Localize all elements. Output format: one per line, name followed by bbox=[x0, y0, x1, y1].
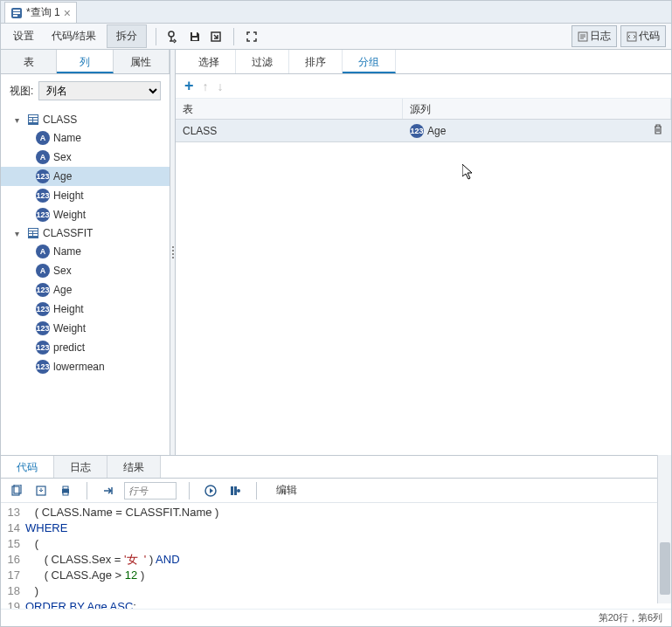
bottom-tab-result[interactable]: 结果 bbox=[107, 456, 161, 478]
svg-rect-20 bbox=[29, 234, 32, 236]
svg-point-31 bbox=[237, 489, 240, 493]
copy-icon[interactable] bbox=[8, 482, 25, 500]
tree-column-node[interactable]: 123Height bbox=[1, 186, 170, 205]
right-panel: 选择 过滤 排序 分组 + ↑ ↓ 表 源列 CLASS 123 Age bbox=[176, 50, 671, 455]
divider bbox=[256, 482, 257, 500]
code-line: 16 ( CLASS.Sex = '女 ' ) AND bbox=[1, 552, 671, 568]
main-area: 表 列 属性 视图: 列名 ▾CLASSANameASex123Age123He… bbox=[1, 50, 671, 455]
subtab-sort[interactable]: 排序 bbox=[289, 50, 343, 73]
code-result-button[interactable]: 代码/结果 bbox=[45, 25, 103, 47]
divider bbox=[87, 482, 87, 500]
code-line: 17 ( CLASS.Age > 12 ) bbox=[1, 568, 671, 583]
fullscreen-icon[interactable] bbox=[243, 28, 260, 45]
trash-icon bbox=[652, 123, 664, 135]
tree-column-node[interactable]: AName bbox=[1, 128, 170, 148]
bottom-tab-log[interactable]: 日志 bbox=[54, 456, 107, 478]
tree-column-node[interactable]: 123Height bbox=[1, 300, 170, 319]
tree-column-node[interactable]: 123Age bbox=[1, 167, 170, 186]
tree-column-node[interactable]: 123Weight bbox=[1, 205, 170, 224]
caret-icon: ▾ bbox=[15, 115, 24, 125]
save-icon[interactable] bbox=[186, 28, 204, 45]
divider bbox=[189, 482, 190, 500]
add-button[interactable]: + bbox=[184, 77, 194, 95]
goto-icon[interactable] bbox=[100, 482, 117, 500]
numeric-badge-icon: 123 bbox=[36, 283, 50, 297]
numeric-badge-icon: 123 bbox=[36, 208, 50, 222]
run-icon[interactable] bbox=[165, 28, 183, 45]
grid-row[interactable]: CLASS 123 Age bbox=[176, 120, 671, 142]
view-label: 视图: bbox=[10, 84, 33, 99]
tree-column-node[interactable]: 123Age bbox=[1, 280, 170, 300]
tree-column-node[interactable]: ASex bbox=[1, 261, 170, 280]
tab-column[interactable]: 列 bbox=[57, 50, 113, 73]
column-tree: ▾CLASSANameASex123Age123Height123Weight▾… bbox=[1, 107, 170, 455]
left-tabs: 表 列 属性 bbox=[1, 50, 170, 74]
svg-rect-6 bbox=[192, 38, 197, 40]
tree-column-node[interactable]: 123Weight bbox=[1, 319, 170, 338]
subtab-select[interactable]: 选择 bbox=[183, 50, 236, 73]
close-tab-icon[interactable]: × bbox=[64, 6, 71, 20]
svg-rect-21 bbox=[33, 234, 38, 236]
sub-tabs: 选择 过滤 排序 分组 bbox=[176, 50, 671, 74]
tree-column-node[interactable]: 123predict bbox=[1, 338, 170, 357]
grid-cell-table: CLASS bbox=[176, 121, 403, 141]
code-line: 14WHERE bbox=[1, 520, 671, 536]
svg-rect-15 bbox=[33, 121, 38, 122]
tree-table-node[interactable]: ▾CLASSFIT bbox=[1, 224, 170, 242]
svg-rect-11 bbox=[29, 115, 38, 117]
grid-cell-source: 123 Age bbox=[403, 121, 645, 141]
tree-column-node[interactable]: ASex bbox=[1, 148, 170, 167]
grid-header-table: 表 bbox=[176, 99, 403, 119]
svg-point-4 bbox=[169, 31, 174, 37]
tab-attr[interactable]: 属性 bbox=[114, 50, 170, 73]
export-icon[interactable] bbox=[207, 28, 225, 45]
edit-button[interactable]: 编辑 bbox=[269, 479, 304, 501]
svg-rect-3 bbox=[13, 15, 17, 17]
bottom-tab-code[interactable]: 代码 bbox=[1, 456, 54, 478]
svg-rect-27 bbox=[63, 493, 68, 495]
svg-rect-17 bbox=[29, 229, 38, 231]
code-editor[interactable]: 13 ( CLASS.Name = CLASSFIT.Name )14WHERE… bbox=[1, 503, 671, 625]
table-icon bbox=[27, 114, 39, 126]
format-icon[interactable] bbox=[226, 482, 244, 500]
numeric-badge-icon: 123 bbox=[36, 321, 50, 335]
svg-rect-14 bbox=[29, 121, 32, 122]
tree-column-node[interactable]: AName bbox=[1, 242, 170, 261]
log-button[interactable]: 日志 bbox=[572, 25, 617, 47]
scrollbar[interactable] bbox=[657, 455, 671, 603]
svg-rect-19 bbox=[33, 231, 38, 233]
svg-rect-18 bbox=[29, 231, 32, 233]
move-down-button[interactable]: ↓ bbox=[218, 79, 224, 93]
settings-button[interactable]: 设置 bbox=[6, 25, 41, 47]
tab-table[interactable]: 表 bbox=[1, 50, 57, 73]
document-tab[interactable]: *查询 1 × bbox=[4, 2, 77, 23]
view-select[interactable]: 列名 bbox=[38, 81, 161, 100]
code-button[interactable]: 代码 bbox=[620, 25, 666, 47]
log-icon bbox=[578, 31, 588, 42]
tree-table-node[interactable]: ▾CLASS bbox=[1, 111, 170, 128]
doc-tab-title: *查询 1 bbox=[26, 5, 60, 20]
grid-header-source: 源列 bbox=[403, 99, 671, 119]
code-icon bbox=[627, 31, 637, 42]
subtab-group[interactable]: 分组 bbox=[343, 50, 396, 73]
svg-rect-5 bbox=[192, 32, 197, 36]
play-icon[interactable] bbox=[202, 482, 219, 500]
svg-rect-26 bbox=[63, 486, 68, 489]
numeric-badge-icon: 123 bbox=[36, 302, 50, 316]
tree-column-node[interactable]: 123lowermean bbox=[1, 357, 170, 376]
code-line: 18 ) bbox=[1, 583, 671, 599]
svg-rect-2 bbox=[13, 12, 20, 14]
split-button[interactable]: 拆分 bbox=[107, 24, 147, 48]
print-icon[interactable] bbox=[57, 482, 74, 500]
export-code-icon[interactable] bbox=[32, 482, 50, 500]
code-toolbar: 编辑 bbox=[1, 479, 671, 503]
line-number-input[interactable] bbox=[124, 482, 177, 500]
numeric-badge-icon: 123 bbox=[36, 169, 50, 183]
main-toolbar: 设置 代码/结果 拆分 日志 代码 bbox=[1, 24, 671, 50]
code-line: 15 ( bbox=[1, 536, 671, 552]
svg-rect-13 bbox=[33, 118, 38, 120]
delete-row-button[interactable] bbox=[645, 120, 671, 141]
subtab-filter[interactable]: 过滤 bbox=[236, 50, 289, 73]
move-up-button[interactable]: ↑ bbox=[203, 79, 209, 93]
table-icon bbox=[27, 227, 39, 239]
